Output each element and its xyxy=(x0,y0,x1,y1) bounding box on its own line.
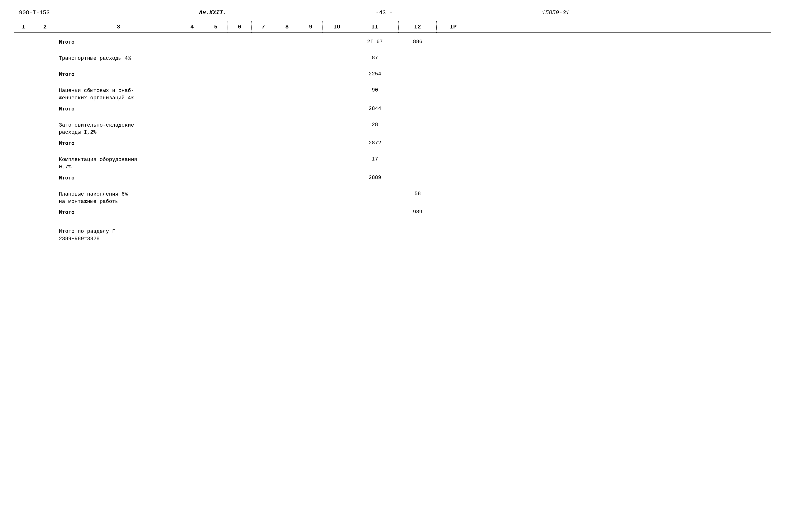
row-label: Плановые накопления 6% на монтажные рабо… xyxy=(59,191,128,205)
cell-1-7 xyxy=(252,38,275,40)
row-label: Заготовительно-складские расходы I,2% xyxy=(59,122,134,136)
row-label: Итого xyxy=(59,39,75,45)
cell-1-4 xyxy=(180,38,204,40)
cell-2-2 xyxy=(33,54,57,56)
col-header-12: I2 xyxy=(399,21,437,32)
cell-1-13 xyxy=(437,38,470,40)
table-header-row: I 2 3 4 5 6 7 8 9 IO II I2 IP xyxy=(14,21,771,33)
cell-1-6 xyxy=(228,38,252,40)
col-header-4: 4 xyxy=(180,21,204,32)
cell-6-11: 28 xyxy=(351,121,399,129)
cell-11-12: 989 xyxy=(399,208,437,216)
col-header-2: 2 xyxy=(33,21,57,32)
page-header: 908-I-153 Ан.XXII. -43 - 15859-31 xyxy=(14,9,771,16)
row-label: Итого xyxy=(59,175,75,181)
cell-3-11: 2254 xyxy=(351,70,399,78)
table-row: Итого по разделу Г 2389+989=3328 xyxy=(14,227,771,244)
col-header-5: 5 xyxy=(204,21,228,32)
cell-1-9 xyxy=(299,38,323,40)
table-body: Итого 2I 67 886 Транспортные расходы 4% xyxy=(14,33,771,244)
cell-7-11: 2872 xyxy=(351,139,399,147)
cell-9-11: 2889 xyxy=(351,174,399,182)
cell-1-11: 2I 67 xyxy=(351,38,399,46)
cell-4-11: 90 xyxy=(351,86,399,94)
cell-2-3: Транспортные расходы 4% xyxy=(57,54,180,63)
reference-number: 15859-31 xyxy=(542,9,569,16)
row-label: Итого xyxy=(59,72,75,78)
col-header-11: II xyxy=(351,21,399,32)
col-header-8: 8 xyxy=(275,21,299,32)
row-label: Итого xyxy=(59,210,75,215)
table-row: Итого 2889 xyxy=(14,174,771,188)
row-label: Итого xyxy=(59,140,75,147)
annex-label: Ан.XXII. xyxy=(199,9,226,16)
cell-2-1 xyxy=(14,54,33,56)
row-label: Транспортные расходы 4% xyxy=(59,55,131,61)
table-row: Итого 2I 67 886 xyxy=(14,38,771,52)
col-header-6: 6 xyxy=(228,21,252,32)
cell-1-1 xyxy=(14,38,33,40)
cell-5-11: 2844 xyxy=(351,105,399,113)
main-table: I 2 3 4 5 6 7 8 9 IO II I2 IP Итого 2I 6 xyxy=(14,21,771,244)
table-row: Транспортные расходы 4% 87 xyxy=(14,54,771,68)
table-row: Итого 2872 xyxy=(14,139,771,153)
cell-1-12: 886 xyxy=(399,38,437,46)
row-label: Итого по разделу Г 2389+989=3328 xyxy=(59,229,115,242)
table-row: Итого 989 xyxy=(14,208,771,222)
col-header-1: I xyxy=(14,21,33,32)
table-row: Итого 2844 xyxy=(14,105,771,119)
cell-10-12: 58 xyxy=(399,190,437,198)
table-row: Плановые накопления 6% на монтажные рабо… xyxy=(14,190,771,207)
cell-8-11: I7 xyxy=(351,155,399,163)
col-header-10: IO xyxy=(323,21,351,32)
table-row: Комплектация оборудования 0,7% I7 xyxy=(14,155,771,172)
col-header-7: 7 xyxy=(252,21,275,32)
cell-1-2 xyxy=(33,38,57,40)
row-label: Комплектация оборудования 0,7% xyxy=(59,157,137,170)
doc-number: 908-I-153 xyxy=(19,9,50,16)
col-header-3: 3 xyxy=(57,21,180,32)
cell-2-11: 87 xyxy=(351,54,399,62)
cell-1-8 xyxy=(275,38,299,40)
page-number: -43 - xyxy=(376,9,393,16)
row-label: Итого xyxy=(59,106,75,112)
table-row: Итого 2254 xyxy=(14,70,771,84)
table-row: Наценки сбытовых и снаб- женческих орган… xyxy=(14,86,771,103)
cell-1-3: Итого xyxy=(57,38,180,47)
col-header-9: 9 xyxy=(299,21,323,32)
row-label: Наценки сбытовых и снаб- женческих орган… xyxy=(59,88,134,101)
cell-1-10 xyxy=(323,38,351,40)
cell-1-5 xyxy=(204,38,228,40)
table-row: Заготовительно-складские расходы I,2% 28 xyxy=(14,121,771,137)
col-header-13: IP xyxy=(437,21,470,32)
